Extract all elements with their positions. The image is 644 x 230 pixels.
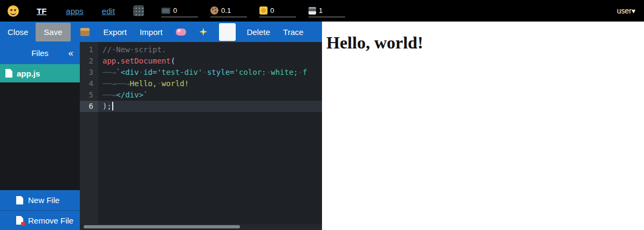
top-bar: TF apps edit 0 0.1 0 1 user▾	[0, 0, 644, 22]
package-icon	[80, 28, 90, 36]
output-heading: Hello, world!	[326, 33, 644, 53]
code-editor[interactable]: 1//·New·script.2app.setDocument(3──→`<di…	[80, 42, 322, 230]
code-line-content[interactable]: ──→</div>`	[98, 89, 322, 101]
file-list-empty-area	[0, 82, 80, 190]
ide-panel: Close Save Export Import Delete Trace Fi…	[0, 22, 322, 230]
line-number: 5	[80, 89, 98, 101]
code-line[interactable]: 1//·New·script.	[80, 44, 322, 55]
soap-icon	[176, 29, 186, 36]
line-number: 4	[80, 78, 98, 89]
empty-button[interactable]	[219, 23, 236, 41]
code-line-content[interactable]: ──→──→Hello,·world!	[98, 78, 322, 89]
trace-button[interactable]: Trace	[283, 27, 304, 37]
code-line[interactable]: 4──→──→Hello,·world!	[80, 78, 322, 89]
floppy-stat-field[interactable]: 1	[309, 4, 345, 17]
apps-link[interactable]: apps	[66, 6, 84, 16]
soap-button[interactable]	[176, 29, 186, 36]
line-number: 2	[80, 55, 98, 67]
cookie-icon	[210, 6, 218, 15]
collapse-sidebar-button[interactable]: «	[68, 48, 73, 59]
coin-stat-field[interactable]: 0	[259, 4, 296, 17]
monitor-stat-field[interactable]: 0	[161, 4, 198, 17]
files-panel-header: Files «	[0, 42, 80, 64]
workspace: Files « app.js New File Remove File	[0, 42, 322, 230]
file-item-appjs[interactable]: app.js	[0, 64, 80, 82]
line-number: 6	[80, 101, 98, 112]
user-menu[interactable]: user▾	[617, 6, 635, 15]
code-line[interactable]: 5──→</div>`	[80, 89, 322, 101]
export-button[interactable]: Export	[104, 27, 127, 37]
edit-link[interactable]: edit	[102, 6, 115, 16]
new-file-label: New File	[28, 196, 59, 205]
keypad-icon[interactable]	[133, 5, 144, 16]
save-button[interactable]: Save	[36, 23, 70, 41]
new-file-button[interactable]: New File	[0, 190, 80, 210]
code-line-content[interactable]: app.setDocument(	[98, 55, 322, 67]
close-button[interactable]: Close	[8, 27, 28, 37]
package-button[interactable]	[80, 28, 90, 36]
file-icon	[5, 69, 12, 78]
code-line[interactable]: 6);	[80, 101, 322, 112]
code-line-content[interactable]: ──→`<div·id='test-div'·style='color:·whi…	[98, 67, 322, 78]
horizontal-scrollbar-track[interactable]	[80, 224, 322, 230]
remove-file-icon	[16, 216, 23, 225]
files-panel-title: Files	[31, 48, 49, 58]
sparkles-icon	[199, 28, 207, 36]
tf-home-link[interactable]: TF	[37, 6, 46, 16]
code-area[interactable]: 1//·New·script.2app.setDocument(3──→`<di…	[80, 42, 322, 112]
rendered-output-panel: Hello, world!	[322, 22, 644, 230]
remove-file-button[interactable]: Remove File	[0, 210, 80, 230]
monitor-icon	[161, 8, 170, 14]
cookie-stat-value: 0.1	[221, 6, 231, 15]
smiley-logo-icon[interactable]	[8, 5, 19, 17]
code-line-content[interactable]: );	[98, 101, 322, 112]
text-cursor	[112, 102, 113, 110]
code-line[interactable]: 2app.setDocument(	[80, 55, 322, 67]
sparkle-button[interactable]	[199, 28, 207, 36]
import-button[interactable]: Import	[140, 27, 163, 37]
remove-file-label: Remove File	[28, 216, 73, 225]
new-file-icon	[16, 196, 23, 205]
cookie-stat-field[interactable]: 0.1	[210, 4, 247, 17]
code-line-content[interactable]: //·New·script.	[98, 44, 322, 55]
delete-button[interactable]: Delete	[246, 27, 270, 37]
editor-toolbar: Close Save Export Import Delete Trace	[0, 22, 322, 42]
files-sidebar: Files « app.js New File Remove File	[0, 42, 80, 230]
horizontal-scrollbar-thumb[interactable]	[84, 225, 240, 228]
coin-stat-value: 0	[270, 6, 274, 15]
line-number: 1	[80, 44, 98, 55]
floppy-stat-value: 1	[319, 6, 323, 15]
line-number: 3	[80, 67, 98, 78]
file-item-label: app.js	[17, 69, 40, 78]
monitor-stat-value: 0	[173, 6, 177, 15]
coin-icon	[259, 6, 268, 15]
code-line[interactable]: 3──→`<div·id='test-div'·style='color:·wh…	[80, 67, 322, 78]
floppy-icon	[309, 7, 316, 15]
content-area: Close Save Export Import Delete Trace Fi…	[0, 22, 644, 230]
